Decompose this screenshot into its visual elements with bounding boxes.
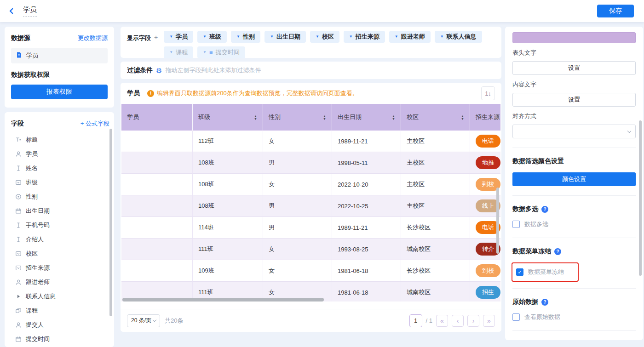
- display-field-tag[interactable]: ▼校区: [310, 31, 339, 43]
- field-item-label: 跟进老师: [26, 278, 50, 286]
- display-field-tag[interactable]: ▼跟进老师: [389, 31, 431, 43]
- prev-page-button[interactable]: ‹: [452, 315, 464, 327]
- table-title: 学员: [127, 89, 140, 97]
- field-item-label: 提交人: [26, 321, 44, 329]
- color-settings-button[interactable]: 颜色设置: [512, 172, 636, 186]
- table-row[interactable]: 108班女2022-10-20主校区到校: [121, 174, 500, 195]
- user-icon: [15, 150, 22, 157]
- field-item[interactable]: 学员: [11, 147, 109, 161]
- horizontal-scrollbar[interactable]: [122, 298, 324, 301]
- sort-icon[interactable]: ▲▼: [323, 115, 326, 120]
- divider: [512, 148, 636, 148]
- cell-student: [121, 195, 193, 217]
- cell-source: 电话: [470, 131, 500, 152]
- save-button[interactable]: 保存: [597, 5, 634, 17]
- raw-data-checkbox[interactable]: [512, 313, 520, 321]
- cell-class: 112班: [193, 131, 263, 152]
- add-formula-field-link[interactable]: + 公式字段: [80, 119, 109, 128]
- field-item-label: 联系人信息: [26, 292, 56, 301]
- display-field-tag[interactable]: ▼联系人信息: [435, 31, 482, 43]
- field-item[interactable]: 跟进老师: [11, 275, 109, 289]
- sort-order-button[interactable]: 1↓: [481, 86, 495, 100]
- next-page-button[interactable]: ›: [467, 315, 479, 327]
- table-viewport: 学员班级▲▼性别▲▼出生日期▲▼校区▲▼招生来源 112班女1989-11-21…: [121, 104, 500, 301]
- add-display-field-button[interactable]: +: [154, 34, 158, 41]
- back-icon[interactable]: [9, 8, 16, 14]
- table-row[interactable]: 109班女1981-06-18长沙校区到校: [121, 260, 500, 282]
- table-row[interactable]: 108班男2022-10-25主校区线上: [121, 195, 500, 217]
- first-page-button[interactable]: «: [436, 315, 448, 327]
- cell-campus: 主校区: [401, 195, 470, 217]
- fields-heading: 字段: [11, 119, 24, 128]
- freeze-checkbox[interactable]: ✓: [516, 268, 523, 276]
- column-header[interactable]: 学员: [121, 104, 193, 131]
- cell-gender: 女: [263, 260, 332, 282]
- display-field-tag[interactable]: ▼招生来源: [344, 31, 385, 43]
- text-icon: [15, 165, 22, 171]
- page-size-select[interactable]: 20 条/页: [127, 314, 160, 327]
- field-item[interactable]: 姓名: [11, 161, 109, 175]
- field-item[interactable]: 提交时间: [11, 332, 109, 346]
- settings-scrollbar[interactable]: [639, 120, 642, 276]
- field-item[interactable]: 校区: [11, 246, 109, 261]
- header-text-settings-button[interactable]: 设置: [512, 61, 636, 75]
- cell-gender: 男: [263, 195, 332, 217]
- field-item[interactable]: 提交人: [11, 318, 109, 332]
- content-text-settings-button[interactable]: 设置: [512, 93, 636, 107]
- field-item[interactable]: 介绍人: [11, 232, 109, 246]
- sort-icon[interactable]: ▲▼: [254, 115, 257, 120]
- field-item[interactable]: 班级: [11, 175, 109, 189]
- table-row[interactable]: 112班女1989-11-21主校区电话: [121, 131, 500, 152]
- field-item[interactable]: 性别: [11, 189, 109, 204]
- change-datasource-link[interactable]: 更改数据源: [78, 34, 108, 42]
- display-field-tag[interactable]: ▼出生日期: [264, 31, 306, 43]
- fields-scrollbar[interactable]: [109, 129, 112, 316]
- field-item[interactable]: 课程: [11, 303, 109, 318]
- column-header[interactable]: 性别▲▼: [263, 104, 332, 131]
- table-row[interactable]: 111班女1993-08-25城南校区转介: [121, 239, 500, 260]
- help-icon[interactable]: ?: [554, 248, 561, 255]
- column-header[interactable]: 出生日期▲▼: [332, 104, 401, 131]
- display-fields-label: 显示字段: [127, 34, 151, 42]
- field-item[interactable]: 联系人信息: [11, 289, 109, 303]
- calendar-icon: [15, 207, 22, 214]
- sort-icon[interactable]: ▲▼: [461, 115, 464, 120]
- gear-icon[interactable]: ⚙: [156, 67, 162, 74]
- cell-campus: 主校区: [401, 174, 470, 195]
- table-vertical-scrollbar[interactable]: [496, 188, 499, 254]
- report-permission-button[interactable]: 报表权限: [11, 85, 108, 99]
- field-item-label: 课程: [26, 307, 38, 315]
- help-icon[interactable]: ?: [541, 206, 548, 213]
- display-field-tag[interactable]: ▼课程: [164, 46, 193, 58]
- filter-card: 过滤条件 ⚙ 拖动左侧字段到此处来添加过滤条件: [121, 62, 501, 79]
- caret-down-icon: ▼: [169, 35, 173, 39]
- align-select[interactable]: [512, 125, 636, 138]
- display-field-tag[interactable]: ▼学员: [164, 31, 193, 43]
- display-field-tag[interactable]: ▼性别: [231, 31, 260, 43]
- field-item[interactable]: 标题: [11, 132, 109, 147]
- column-header[interactable]: 校区▲▼: [401, 104, 470, 131]
- help-icon[interactable]: ?: [541, 299, 548, 306]
- display-field-tag[interactable]: ▼≡提交时间: [197, 46, 245, 58]
- multi-select-checkbox[interactable]: [512, 221, 520, 228]
- sort-icon[interactable]: ▲▼: [392, 115, 395, 120]
- last-page-button[interactable]: »: [483, 315, 495, 327]
- field-item[interactable]: 出生日期: [11, 204, 109, 218]
- header-color-swatch[interactable]: [512, 32, 636, 43]
- chevron-down-icon: [153, 318, 156, 322]
- current-page-input[interactable]: 1: [409, 314, 422, 327]
- datasource-item[interactable]: 学员: [11, 48, 108, 63]
- raw-data-heading: 原始数据: [512, 298, 538, 306]
- column-header[interactable]: 招生来源: [470, 104, 500, 131]
- column-header[interactable]: 班级▲▼: [193, 104, 263, 131]
- select-icon: [15, 264, 22, 271]
- display-field-tag-label: 性别: [243, 33, 255, 41]
- field-item-label: 班级: [26, 178, 38, 187]
- cell-class: 108班: [193, 195, 263, 217]
- table-row[interactable]: 108班男1998-05-11主校区地推: [121, 152, 500, 174]
- display-field-tag[interactable]: ▼班级: [197, 31, 227, 43]
- field-item[interactable]: 招生来源: [11, 261, 109, 275]
- table-row[interactable]: 114班男1989-11-21长沙校区电话: [121, 217, 500, 239]
- chevron-down-icon: [627, 129, 631, 132]
- field-item[interactable]: 手机号码: [11, 218, 109, 232]
